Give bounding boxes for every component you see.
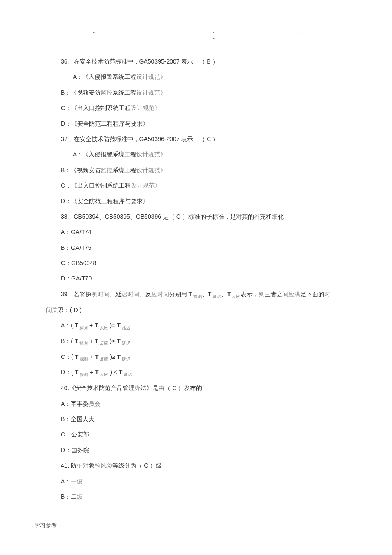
option-37-a: A：《入侵报警系统工程设计规范》 (46, 147, 380, 162)
option-39-c: C：( T 探测 + T 反应 )≥ T 延迟 (46, 349, 380, 365)
option-38-b: B：GA/T75 (46, 240, 380, 255)
question-40: 40.《安全技术防范产品管理办法》是由（ C ）发布的 (46, 380, 380, 396)
option-39-a: A：( T 探测 + T 反应 )= T 延迟 (46, 318, 380, 333)
option-37-c: C：《出入口控制系统工程设计规范》 (46, 178, 380, 193)
option-38-d: D：GA/T70 (46, 271, 380, 286)
option-36-c: C：《出入口控制系统工程设计规范》 (46, 100, 380, 116)
question-37: 37、在安全技术防范标准中，GA50396-2007 表示：（ C ） (46, 131, 380, 147)
option-36-a: A：《入侵报警系统工程设计规范》 (46, 69, 380, 84)
header-mark: . (213, 29, 214, 34)
option-39-d: D：( T 探测 + T 反应 ) < T 延迟 (46, 364, 380, 380)
option-36-b: B：《视频安防监控系统工程设计规范》 (46, 85, 380, 100)
option-37-b: B：《视频安防监控系统工程设计规范》 (46, 162, 380, 178)
option-37-d: D：《安全防范工程程序与要求》 (46, 194, 380, 209)
option-38-a: A：GA/T74 (46, 224, 380, 240)
question-39-line2: 间关系：( D ) (46, 302, 380, 318)
option-38-c: C：GB50348 (46, 255, 380, 271)
option-39-b: B：( T 探测 + T 反应 )> T 延迟 (46, 333, 380, 349)
option-40-a: A：军事委员会 (46, 396, 380, 411)
document-content: 36、在安全技术防范标准中，GA50395-2007 表示：（ B ） A：《入… (46, 54, 380, 504)
header-mark: .. (93, 29, 95, 34)
question-39-line1: 39、若将探测时间、延迟时间、反应时间分别用 T 探测、T 延迟、T 反应表示，… (46, 286, 380, 302)
question-38: 38、GB50394、GB50395、GB50396 是（ C ）标准的子标准，… (46, 209, 380, 224)
header-mark: .. (213, 35, 216, 40)
question-36: 36、在安全技术防范标准中，GA50395-2007 表示：（ B ） (46, 54, 380, 69)
header-mark: . (298, 29, 300, 34)
option-41-b: B：二级 (46, 489, 380, 504)
footer-text: . 学习参考 . (32, 522, 60, 529)
option-36-d: D：《安全防范工程程序与要求》 (46, 116, 380, 131)
option-40-b: B：全国人大 (46, 411, 380, 427)
option-40-d: D：国务院 (46, 442, 380, 458)
question-41: 41. 防护对象的风险等级分为（ C ）级 (46, 458, 380, 473)
option-40-c: C：公安部 (46, 427, 380, 442)
divider (46, 40, 380, 40)
option-41-a: A：一级 (46, 474, 380, 489)
